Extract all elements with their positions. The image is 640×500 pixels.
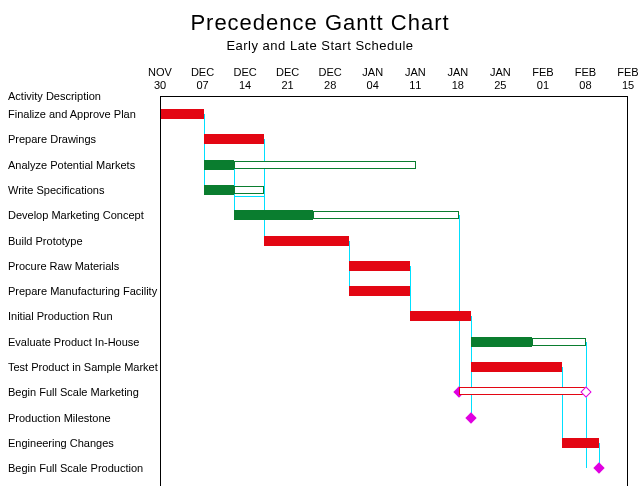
gantt-bar [410, 311, 471, 321]
activity-label: Build Prototype [8, 235, 83, 247]
gantt-bar [264, 236, 349, 246]
activity-label: Engineering Changes [8, 437, 114, 449]
gantt-bar [161, 109, 204, 119]
chart-subtitle: Early and Late Start Schedule [0, 36, 640, 53]
date-tick: FEB15 [613, 66, 640, 92]
gantt-bar [532, 338, 587, 346]
date-tick: FEB08 [570, 66, 600, 92]
plot-area [160, 96, 628, 486]
date-tick: DEC28 [315, 66, 345, 92]
gantt-bar [234, 186, 264, 194]
milestone-icon [593, 463, 604, 474]
gantt-bar [349, 286, 410, 296]
gantt-bar [459, 387, 587, 395]
gantt-chart: Precedence Gantt Chart Early and Late St… [0, 0, 640, 500]
date-tick: NOV30 [145, 66, 175, 92]
activity-label: Finalize and Approve Plan [8, 108, 136, 120]
chart-title: Precedence Gantt Chart [0, 0, 640, 36]
activity-label: Prepare Drawings [8, 133, 96, 145]
activity-label: Evaluate Product In-House [8, 336, 139, 348]
activity-label: Prepare Manufacturing Facility [8, 285, 157, 297]
dependency-line [234, 196, 264, 197]
activity-label: Test Product in Sample Market [8, 361, 158, 373]
y-axis-label: Activity Description [8, 90, 101, 102]
dependency-line [410, 266, 411, 317]
gantt-bar [234, 210, 313, 220]
activity-label: Procure Raw Materials [8, 260, 119, 272]
activity-label: Develop Marketing Concept [8, 209, 144, 221]
date-tick: DEC21 [273, 66, 303, 92]
activity-label: Production Milestone [8, 412, 111, 424]
gantt-bar [234, 161, 416, 169]
gantt-bar [204, 134, 265, 144]
activity-label: Initial Production Run [8, 310, 113, 322]
gantt-bar [349, 261, 410, 271]
milestone-icon [581, 387, 592, 398]
date-tick: DEC07 [188, 66, 218, 92]
milestone-icon [465, 412, 476, 423]
activity-label: Begin Full Scale Production [8, 462, 143, 474]
date-tick: FEB01 [528, 66, 558, 92]
gantt-bar [204, 160, 234, 170]
date-tick: DEC14 [230, 66, 260, 92]
gantt-bar [471, 362, 562, 372]
dependency-line [586, 342, 587, 469]
activity-label: Begin Full Scale Marketing [8, 386, 139, 398]
gantt-bar [313, 211, 459, 219]
dependency-line [562, 367, 563, 443]
date-tick: JAN11 [400, 66, 430, 92]
gantt-bar [204, 185, 234, 195]
date-tick: JAN04 [358, 66, 388, 92]
activity-label: Analyze Potential Markets [8, 159, 135, 171]
dependency-line [264, 139, 265, 240]
dependency-line [204, 114, 205, 190]
date-tick: JAN25 [485, 66, 515, 92]
gantt-bar [562, 438, 598, 448]
gantt-bar [471, 337, 532, 347]
date-tick: JAN18 [443, 66, 473, 92]
activity-label: Write Specifications [8, 184, 104, 196]
dependency-line [459, 215, 460, 392]
